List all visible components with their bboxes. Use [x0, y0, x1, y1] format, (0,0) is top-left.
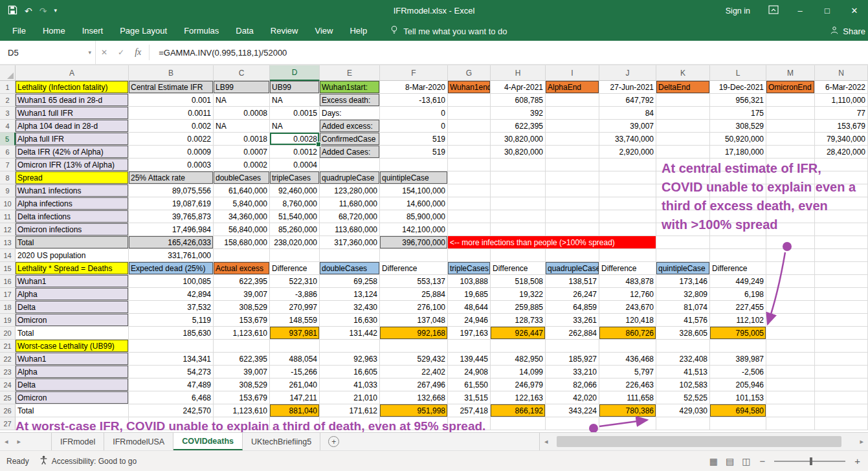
cell-K3[interactable]	[656, 107, 710, 120]
cell-D20[interactable]: 937,981	[270, 327, 320, 340]
cell-M27[interactable]	[766, 417, 815, 430]
scroll-right-icon[interactable]: ▸	[855, 437, 868, 446]
cell-E5[interactable]: ConfirmedCase	[320, 133, 380, 146]
cell-G11[interactable]	[448, 210, 491, 223]
cell-A3[interactable]: Wuhan1 full IFR	[16, 107, 129, 120]
cell-J10[interactable]	[599, 197, 656, 210]
cell-E21[interactable]	[320, 340, 380, 353]
cell-K21[interactable]	[656, 340, 710, 353]
cell-B15[interactable]: Expected dead (25%)	[129, 262, 214, 275]
cell-J3[interactable]: 84	[599, 107, 656, 120]
cell-I6[interactable]	[546, 146, 599, 159]
row-header-22[interactable]: 22	[0, 353, 16, 366]
cell-L4[interactable]: 308,529	[710, 120, 766, 133]
cell-C19[interactable]: 153,679	[214, 314, 270, 327]
cell-K27[interactable]	[656, 417, 710, 430]
cell-F4[interactable]: 0	[380, 120, 448, 133]
zoom-in-icon[interactable]: +	[853, 455, 862, 466]
cell-F18[interactable]: 276,100	[380, 301, 448, 314]
cell-E7[interactable]	[320, 159, 380, 171]
cell-L2[interactable]: 956,321	[710, 94, 766, 107]
cell-I25[interactable]: 42,020	[546, 391, 599, 404]
cell-N5[interactable]: 79,340,000	[815, 133, 868, 146]
cell-E26[interactable]: 171,612	[320, 404, 380, 417]
cell-L19[interactable]: 112,102	[710, 314, 766, 327]
cell-J20[interactable]: 860,726	[599, 327, 656, 340]
cell-A6[interactable]: Delta IFR (42% of Alpha)	[16, 146, 129, 159]
row-header-26[interactable]: 26	[0, 404, 16, 417]
cell-F20[interactable]: 992,168	[380, 327, 448, 340]
cell-J1[interactable]: 27-Jun-2021	[599, 81, 656, 94]
cell-A5[interactable]: Alpha full IFR	[16, 133, 129, 146]
cell-A22[interactable]: Wuhan1	[16, 353, 129, 366]
cell-D8[interactable]: tripleCases	[270, 171, 320, 184]
cell-N27[interactable]	[815, 417, 868, 430]
cell-M24[interactable]	[766, 378, 815, 391]
cell-N20[interactable]	[815, 327, 868, 340]
cell-H16[interactable]: 518,508	[491, 275, 546, 288]
cell-N18[interactable]	[815, 301, 868, 314]
select-all-corner[interactable]	[0, 65, 16, 81]
col-header-E[interactable]: E	[320, 65, 380, 81]
cell-L25[interactable]: 101,153	[710, 391, 766, 404]
cell-A23[interactable]: Alpha	[16, 366, 129, 378]
cell-I5[interactable]	[546, 133, 599, 146]
cell-C16[interactable]: 622,395	[214, 275, 270, 288]
cell-B8[interactable]: 25% Attack rate	[129, 171, 214, 184]
cell-M22[interactable]	[766, 353, 815, 366]
cell-L17[interactable]: 6,198	[710, 288, 766, 301]
cell-D15[interactable]: Difference	[270, 262, 320, 275]
ribbon-tab-home[interactable]: Home	[34, 21, 74, 41]
cell-E12[interactable]: 113,680,000	[320, 223, 380, 236]
page-break-view-icon[interactable]: ◫	[742, 456, 750, 466]
horizontal-scrollbar[interactable]: ◂ ▸	[539, 433, 868, 450]
scrollbar-thumb[interactable]	[557, 436, 841, 447]
cell-C14[interactable]	[214, 249, 270, 262]
cell-K2[interactable]	[656, 94, 710, 107]
cell-N6[interactable]: 28,420,000	[815, 146, 868, 159]
cell-A12[interactable]: Omicron infections	[16, 223, 129, 236]
cell-K13[interactable]	[656, 236, 710, 249]
cell-H8[interactable]	[491, 171, 546, 184]
cell-I19[interactable]: 33,261	[546, 314, 599, 327]
cell-A11[interactable]: Delta infections	[16, 210, 129, 223]
cell-J14[interactable]	[599, 249, 656, 262]
row-header-27[interactable]: 27	[0, 417, 16, 430]
cell-K15[interactable]: quintipleCase	[656, 262, 710, 275]
cell-H20[interactable]: 926,447	[491, 327, 546, 340]
close-button[interactable]: ✕	[841, 0, 868, 21]
cell-M14[interactable]	[766, 249, 815, 262]
cancel-icon[interactable]: ✕	[96, 41, 113, 64]
cell-G24[interactable]: 61,550	[448, 378, 491, 391]
cell-K14[interactable]	[656, 249, 710, 262]
cell-A25[interactable]: Omicron	[16, 391, 129, 404]
cell-K5[interactable]	[656, 133, 710, 146]
cell-A13[interactable]: Total	[16, 236, 129, 249]
cell-H24[interactable]: 246,979	[491, 378, 546, 391]
cell-H15[interactable]: Difference	[491, 262, 546, 275]
cell-I12[interactable]	[546, 223, 599, 236]
col-header-D[interactable]: D	[270, 65, 320, 81]
cell-F2[interactable]: -13,610	[380, 94, 448, 107]
col-header-J[interactable]: J	[599, 65, 656, 81]
cell-M23[interactable]	[766, 366, 815, 378]
cell-F21[interactable]	[380, 340, 448, 353]
tell-me-box[interactable]: Tell me what you want to do	[390, 25, 507, 37]
cell-N16[interactable]	[815, 275, 868, 288]
cell-A4[interactable]: Alpha 104 dead in 28-d	[16, 120, 129, 133]
cell-N4[interactable]: 153,679	[815, 120, 868, 133]
accessibility-status[interactable]: Accessibility: Good to go	[39, 455, 137, 466]
new-sheet-button[interactable]: +	[328, 436, 339, 447]
row-header-8[interactable]: 8	[0, 171, 16, 184]
cell-M17[interactable]	[766, 288, 815, 301]
cell-I22[interactable]: 185,927	[546, 353, 599, 366]
cell-B18[interactable]: 37,532	[129, 301, 214, 314]
cell-H10[interactable]	[491, 197, 546, 210]
cell-A1[interactable]: Lethality (Infection fatality)	[16, 81, 129, 94]
cell-L5[interactable]: 50,920,000	[710, 133, 766, 146]
ribbon-tab-view[interactable]: View	[306, 21, 341, 41]
cell-I9[interactable]	[546, 184, 599, 197]
cell-C7[interactable]: 0.0002	[214, 159, 270, 171]
cell-F1[interactable]: 8-Mar-2020	[380, 81, 448, 94]
cell-C18[interactable]: 308,529	[214, 301, 270, 314]
